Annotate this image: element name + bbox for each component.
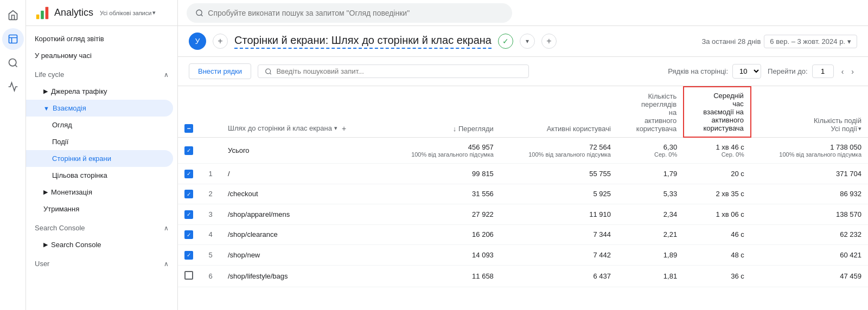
date-range: За останні 28 днів 6 вер. – 3 жовт. 2024… <box>701 35 857 48</box>
advertising-icon-btn[interactable] <box>2 76 24 98</box>
search-icon <box>195 9 203 17</box>
events-dropdown-icon[interactable]: ▾ <box>858 125 861 132</box>
table-search-input[interactable] <box>276 67 522 75</box>
data-table-container: − Шлях до сторінки й клас екрана ▾ + ↓ П… <box>178 86 868 310</box>
row-checkbox-4[interactable]: ✓ <box>184 230 193 239</box>
sidebar-item-engagement[interactable]: ▼ Взаємодія <box>26 100 173 117</box>
total-row-checkbox[interactable]: ✓ <box>184 146 193 155</box>
home-icon-btn[interactable] <box>2 4 24 26</box>
sidebar-item-events[interactable]: Події <box>26 133 173 150</box>
row-views-per-user-5: 1,89 <box>617 245 684 266</box>
page-header: У + Сторінки й екрани: Шлях до сторінки … <box>178 26 868 57</box>
account-switcher[interactable]: Усі облікові записи ▾ <box>100 9 156 16</box>
row-num-2: 2 <box>200 184 221 204</box>
sidebar-item-search-console[interactable]: ▶ Search Console <box>26 236 173 253</box>
sidebar-item-pages-screens[interactable]: Сторінки й екрани <box>26 150 173 167</box>
row-events-4: 62 232 <box>751 224 868 245</box>
row-checkbox-6[interactable] <box>184 271 193 280</box>
expand-arrow-icon2: ▶ <box>43 189 48 196</box>
goto-page-control: Перейти до: ‹ › <box>768 64 857 78</box>
svg-rect-0 <box>9 35 17 43</box>
section-lifecycle[interactable]: Life cycle ∧ <box>26 66 177 83</box>
top-bar <box>178 0 868 26</box>
sidebar-item-overview[interactable]: Огляд <box>26 117 173 133</box>
row-num-1: 1 <box>200 164 221 184</box>
chevron-up-icon2: ∧ <box>164 224 169 232</box>
title-check-button[interactable]: ✓ <box>498 34 513 49</box>
row-path-2: /checkout <box>221 184 383 204</box>
table-search-filter[interactable] <box>258 64 529 78</box>
row-views-per-user-2: 5,33 <box>617 184 684 204</box>
row-active-users-1: 55 755 <box>500 164 617 184</box>
section-user[interactable]: User ∧ <box>26 255 177 272</box>
add-col-button[interactable]: + <box>342 124 346 133</box>
chevron-down-icon2: ▾ <box>847 37 851 46</box>
svg-point-6 <box>266 68 271 73</box>
sidebar-item-retention[interactable]: Утримання <box>26 201 173 217</box>
row-active-users-3: 11 910 <box>500 204 617 225</box>
date-range-picker-button[interactable]: 6 вер. – 3 жовт. 2024 р. ▾ <box>764 35 857 48</box>
svg-rect-2 <box>36 14 40 18</box>
row-views-2: 31 556 <box>383 184 500 204</box>
row-checkbox-2[interactable]: ✓ <box>184 190 193 198</box>
row-checkbox-3[interactable]: ✓ <box>184 210 193 219</box>
select-all-checkbox[interactable]: − <box>184 124 193 133</box>
row-path-5: /shop/new <box>221 245 383 266</box>
row-avg-time-5: 48 с <box>684 245 751 266</box>
explore-icon-btn[interactable] <box>2 52 24 74</box>
table-row: ✓ 5 /shop/new 14 093 7 442 1,89 48 с 60 … <box>178 245 868 266</box>
table-row: ✓ 4 /shop/clearance 16 206 7 344 2,21 46… <box>178 224 868 245</box>
data-table: − Шлях до сторінки й клас екрана ▾ + ↓ П… <box>178 86 868 287</box>
row-path-6: /shop/lifestyle/bags <box>221 265 383 287</box>
add-comparison-button[interactable]: + <box>213 34 228 49</box>
total-row: ✓ Усього 456 957 100% від загального під… <box>178 137 868 164</box>
goto-page-input[interactable] <box>812 64 834 78</box>
rows-per-page-select[interactable]: 10 25 50 <box>732 64 761 79</box>
row-avg-time-6: 36 с <box>684 265 751 287</box>
row-avg-time-4: 46 с <box>684 224 751 245</box>
svg-rect-3 <box>41 10 44 18</box>
title-dropdown-button[interactable]: ▾ <box>520 34 535 49</box>
row-checkbox-1[interactable]: ✓ <box>184 170 193 178</box>
main-content: У + Сторінки й екрани: Шлях до сторінки … <box>178 0 868 310</box>
row-num-6: 6 <box>200 265 221 287</box>
col-header-views: ↓ Перегляди <box>383 87 500 137</box>
avatar: У <box>189 33 206 50</box>
row-views-per-user-4: 2,21 <box>617 224 684 245</box>
sidebar-item-monetization[interactable]: ▶ Монетизація <box>26 184 173 201</box>
table-row: 6 /shop/lifestyle/bags 11 658 6 437 1,81… <box>178 265 868 287</box>
row-views-per-user-3: 2,34 <box>617 204 684 225</box>
next-page-button[interactable]: › <box>848 66 857 77</box>
row-active-users-6: 6 437 <box>500 265 617 287</box>
add-rows-button[interactable]: Внести рядки <box>189 63 251 79</box>
row-events-1: 371 704 <box>751 164 868 184</box>
page-title: Сторінки й екрани: Шлях до сторінки й кл… <box>234 34 492 49</box>
row-views-3: 27 922 <box>383 204 500 225</box>
chevron-down-icon: ▾ <box>152 9 156 16</box>
col-header-avg-time: Середній час взаємодії на активного кори… <box>684 87 751 137</box>
prev-page-button[interactable]: ‹ <box>838 66 847 77</box>
search-input[interactable] <box>208 9 503 17</box>
section-search-console[interactable]: Search Console ∧ <box>26 219 177 236</box>
reports-icon-btn[interactable] <box>2 28 24 50</box>
chevron-up-icon: ∧ <box>164 71 169 79</box>
row-events-2: 86 932 <box>751 184 868 204</box>
svg-rect-4 <box>46 7 49 18</box>
sort-arrow-icon: ▾ <box>334 125 337 132</box>
sidebar-item-traffic-sources[interactable]: ▶ Джерела трафіку <box>26 83 173 100</box>
sidebar-item-real-time[interactable]: У реальному часі <box>26 47 173 64</box>
sidebar-item-target-page[interactable]: Цільова сторінка <box>26 167 173 184</box>
row-views-5: 14 093 <box>383 245 500 266</box>
row-views-per-user-1: 1,79 <box>617 164 684 184</box>
sidebar-item-short-overview[interactable]: Короткий огляд звітів <box>26 30 173 47</box>
add-metric-button[interactable]: + <box>541 34 557 49</box>
row-path-3: /shop/apparel/mens <box>221 204 383 225</box>
row-events-5: 60 421 <box>751 245 868 266</box>
sidebar-nav: Короткий огляд звітів У реальному часі L… <box>26 26 177 310</box>
col-header-events: Кількість подій Усі події ▾ <box>751 87 868 137</box>
row-events-3: 138 570 <box>751 204 868 225</box>
table-row: ✓ 3 /shop/apparel/mens 27 922 11 910 2,3… <box>178 204 868 225</box>
row-checkbox-5[interactable]: ✓ <box>184 251 193 260</box>
global-search-bar[interactable] <box>187 3 512 23</box>
row-avg-time-3: 1 хв 06 с <box>684 204 751 225</box>
